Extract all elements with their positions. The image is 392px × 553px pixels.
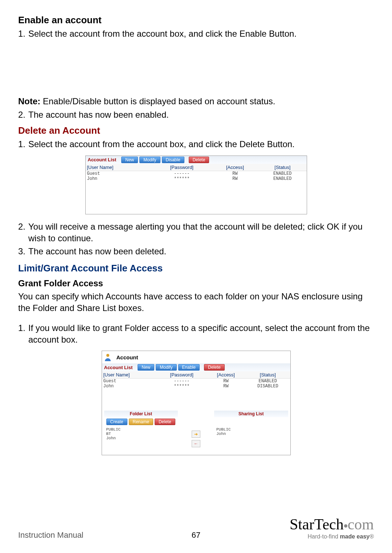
- table-row[interactable]: John ****** RW ENABLED: [86, 176, 307, 181]
- brand-block: StarTechcom Hard-to-find made easy®: [290, 517, 374, 540]
- brand-logo: StarTechcom: [290, 517, 374, 532]
- new-button[interactable]: New: [121, 157, 138, 163]
- account-table: [User Name] [Password] [Access] [Status]…: [102, 371, 290, 411]
- modify-button[interactable]: Modify: [139, 157, 160, 163]
- dot-icon: [344, 524, 347, 528]
- heading-limit: Limit/Grant Account File Access: [18, 263, 374, 274]
- delete-step-3: 3.The account has now been deleted.: [18, 246, 374, 257]
- col-user: [User Name]: [86, 164, 152, 171]
- heading-delete: Delete an Account: [18, 125, 374, 136]
- list-item[interactable]: John: [216, 432, 286, 436]
- note-line: Note: Enable/Disable button is displayed…: [18, 96, 374, 107]
- move-buttons: ➔ ←: [192, 411, 200, 455]
- col-pass: [Password]: [157, 371, 207, 379]
- footer-left: Instruction Manual: [18, 530, 83, 540]
- list-item[interactable]: PUBLIC: [216, 427, 286, 432]
- panel-header: Account: [102, 351, 290, 363]
- sharing-list-label: Sharing List: [214, 411, 288, 417]
- folder-list-panel: Folder List Create Rename Delete PUBLIC …: [104, 411, 178, 455]
- sharing-listbox[interactable]: PUBLIC John: [214, 427, 288, 455]
- new-button[interactable]: New: [138, 364, 154, 371]
- account-list-screenshot-1: Account List New Modify Disable Delete […: [85, 156, 307, 214]
- list-item[interactable]: BT: [106, 432, 176, 436]
- heading-grant: Grant Folder Access: [18, 278, 374, 288]
- col-access: [Access]: [207, 371, 245, 379]
- enable-button[interactable]: Enable: [178, 364, 200, 371]
- toolbar: Account List New Modify Disable Delete: [86, 156, 307, 164]
- delete-button[interactable]: Delete: [204, 364, 225, 371]
- toolbar: Account List New Modify Enable Delete: [102, 363, 290, 371]
- delete-button[interactable]: Delete: [189, 157, 209, 163]
- list-item[interactable]: PUBLIC: [106, 427, 176, 432]
- modify-button[interactable]: Modify: [156, 364, 176, 371]
- account-list-label: Account List: [88, 157, 117, 162]
- rename-button[interactable]: Rename: [129, 419, 153, 425]
- lower-lists: Folder List Create Rename Delete PUBLIC …: [102, 411, 290, 455]
- enable-step-1: 1.Select the account from the account bo…: [18, 28, 374, 40]
- table-row[interactable]: John ****** RW DISABLED: [102, 384, 290, 389]
- brand-tagline: Hard-to-find made easy®: [290, 533, 374, 540]
- delete-step-2: 2.You will receive a message alerting yo…: [18, 221, 374, 245]
- account-list-label: Account List: [104, 365, 133, 370]
- col-user: [User Name]: [102, 371, 157, 379]
- page-number: 67: [192, 530, 200, 540]
- sharing-list-panel: Sharing List PUBLIC John: [214, 411, 288, 455]
- folder-list-label: Folder List: [104, 411, 178, 417]
- col-status: [Status]: [245, 371, 290, 379]
- account-panel-screenshot-2: Account Account List New Modify Enable D…: [102, 351, 291, 455]
- create-button[interactable]: Create: [106, 419, 127, 425]
- svg-point-0: [106, 354, 109, 357]
- enable-step-2: 2.The account has now been enabled.: [18, 109, 374, 121]
- panel-header-label: Account: [117, 354, 138, 360]
- heading-enable: Enable an account: [18, 15, 374, 26]
- col-status: [Status]: [258, 164, 306, 171]
- account-table: [User Name] [Password] [Access] [Status]…: [86, 164, 307, 214]
- spacer: [18, 41, 374, 96]
- delete-step-1: 1.Select the account from the account bo…: [18, 138, 374, 150]
- note-label: Note:: [18, 96, 40, 106]
- grant-intro: You can specify which Accounts have acce…: [18, 291, 374, 314]
- person-icon: [104, 353, 111, 361]
- move-left-button[interactable]: ←: [192, 440, 200, 447]
- table-row[interactable]: Guest ------ RW ENABLED: [102, 379, 290, 384]
- disable-button[interactable]: Disable: [162, 157, 184, 163]
- note-text: Enable/Disable button is displayed based…: [40, 96, 275, 106]
- folder-listbox[interactable]: PUBLIC BT John: [104, 427, 178, 455]
- grant-step-1: 1.If you would like to grant Folder acce…: [18, 322, 374, 346]
- col-access: [Access]: [212, 164, 258, 171]
- move-right-button[interactable]: ➔: [192, 431, 200, 438]
- list-item[interactable]: John: [106, 436, 176, 440]
- page-footer: Instruction Manual 67 StarTechcom Hard-t…: [18, 517, 374, 540]
- col-pass: [Password]: [152, 164, 212, 171]
- folder-delete-button[interactable]: Delete: [155, 419, 175, 425]
- table-row[interactable]: Guest ------ RW ENABLED: [86, 171, 307, 176]
